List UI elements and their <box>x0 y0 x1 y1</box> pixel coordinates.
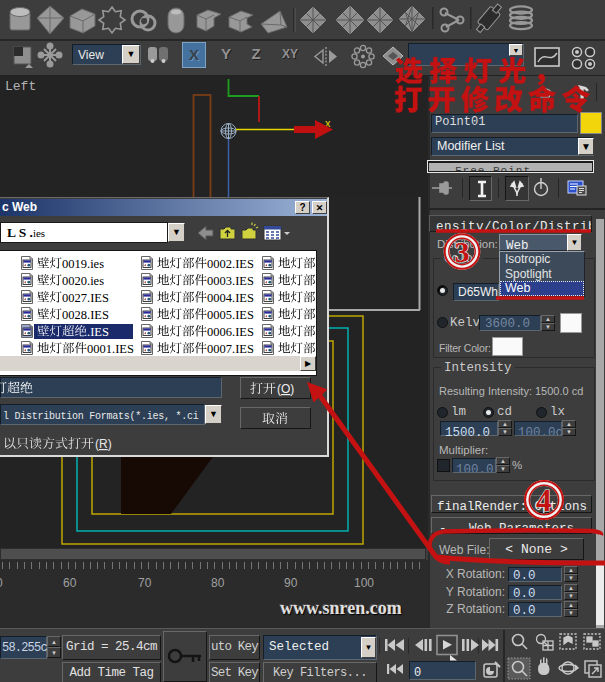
svg-text:3: 3 <box>455 235 470 268</box>
svg-text:4: 4 <box>536 483 552 518</box>
